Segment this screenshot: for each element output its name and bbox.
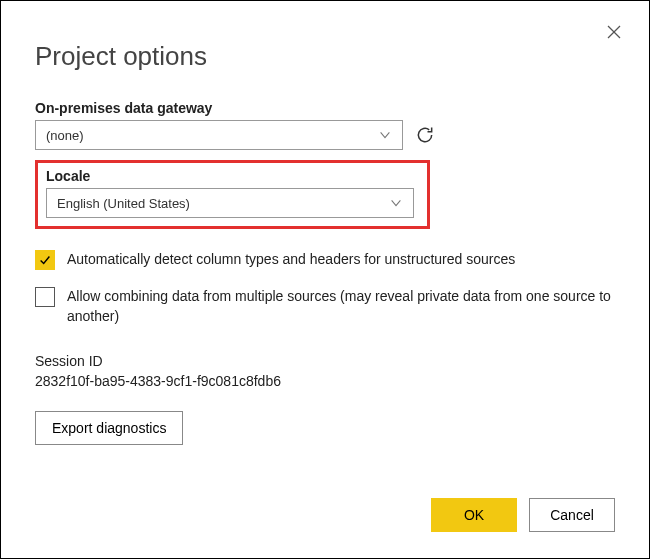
close-button[interactable] (603, 21, 625, 43)
gateway-label: On-premises data gateway (35, 100, 615, 116)
locale-highlight-box: Locale English (United States) (35, 160, 430, 229)
auto-detect-label: Automatically detect column types and he… (67, 249, 515, 269)
locale-selected-value: English (United States) (57, 196, 190, 211)
close-icon (606, 24, 622, 40)
chevron-down-icon (389, 196, 403, 210)
allow-combine-label: Allow combining data from multiple sourc… (67, 286, 615, 327)
ok-button[interactable]: OK (431, 498, 517, 532)
session-id-value: 2832f10f-ba95-4383-9cf1-f9c081c8fdb6 (35, 373, 615, 389)
project-options-dialog: Project options On-premises data gateway… (5, 5, 645, 554)
chevron-down-icon (378, 128, 392, 142)
allow-combine-checkbox[interactable] (35, 287, 55, 307)
check-icon (38, 253, 52, 267)
auto-detect-option: Automatically detect column types and he… (35, 249, 615, 270)
gateway-selected-value: (none) (46, 128, 84, 143)
dialog-title: Project options (35, 41, 615, 72)
auto-detect-checkbox[interactable] (35, 250, 55, 270)
locale-dropdown[interactable]: English (United States) (46, 188, 414, 218)
refresh-icon (415, 125, 435, 145)
export-diagnostics-button[interactable]: Export diagnostics (35, 411, 183, 445)
cancel-button[interactable]: Cancel (529, 498, 615, 532)
gateway-dropdown[interactable]: (none) (35, 120, 403, 150)
locale-label: Locale (46, 168, 419, 184)
dialog-footer: OK Cancel (431, 498, 615, 532)
session-block: Session ID 2832f10f-ba95-4383-9cf1-f9c08… (35, 353, 615, 389)
session-id-label: Session ID (35, 353, 615, 369)
allow-combine-option: Allow combining data from multiple sourc… (35, 286, 615, 327)
refresh-gateway-button[interactable] (413, 123, 437, 147)
